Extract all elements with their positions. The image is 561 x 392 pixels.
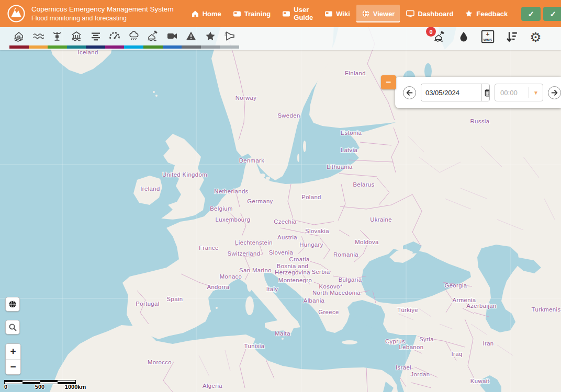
layer-color-segment: [29, 45, 48, 49]
svg-text:WMS: WMS: [483, 38, 492, 41]
video-icon: [233, 9, 241, 18]
nav-item-home[interactable]: Home: [186, 5, 227, 22]
reservoir-button[interactable]: [67, 28, 86, 45]
country-label: Portugal: [136, 301, 159, 307]
layer-order-button[interactable]: [504, 29, 519, 45]
hydro-station-button[interactable]: [48, 28, 67, 45]
search-icon: [8, 323, 17, 332]
date-input[interactable]: [421, 84, 481, 101]
nav-item-dashboard[interactable]: Dashboard: [401, 5, 458, 22]
scale-label-0: 0: [4, 384, 7, 390]
flood-satellite-button[interactable]: [143, 28, 163, 45]
nav-item-user-guide[interactable]: User Guide: [277, 5, 318, 22]
datetime-panel: 00:00 ▼: [395, 77, 561, 108]
search-button[interactable]: [5, 320, 20, 335]
country-label: Albania: [304, 297, 325, 304]
date-input-group: [421, 84, 490, 101]
nav-item-training[interactable]: Training: [228, 5, 276, 22]
home-icon: [191, 9, 199, 18]
reset-view-button[interactable]: [5, 297, 20, 312]
scale-label-500: 500: [35, 384, 44, 390]
rain-cloud-icon: [128, 30, 140, 43]
star-icon: [205, 30, 216, 43]
flooded-house-icon: [13, 30, 25, 43]
country-label: Serbia: [311, 269, 330, 275]
add-wms-button[interactable]: +WMS: [480, 29, 495, 45]
country-label: Andorra: [207, 284, 230, 290]
country-label: Denmark: [239, 157, 265, 164]
announcements-button[interactable]: [220, 28, 239, 45]
nav-item-feedback[interactable]: Feedback: [459, 5, 513, 22]
country-label: Slovenia: [269, 249, 294, 256]
map-canvas[interactable]: IcelandNorwaySwedenFinlandRussiaEstoniaL…: [0, 0, 561, 392]
warnings-button[interactable]: [182, 28, 201, 45]
country-label: Azerbaijan: [466, 303, 496, 309]
country-label: Greece: [318, 309, 339, 315]
gauge-icon: [109, 30, 120, 43]
flow-lines-button[interactable]: [86, 28, 105, 45]
chevron-down-icon: ▼: [529, 90, 543, 96]
settings-button[interactable]: ⚙: [529, 29, 543, 45]
video-icon: [324, 9, 333, 18]
country-label: Kuwait: [470, 378, 490, 384]
nav-item-wiki[interactable]: Wiki: [319, 5, 355, 22]
country-label: Georgia: [445, 282, 467, 289]
toolbar-right: 0+WMS⚙: [432, 29, 543, 45]
layer-color-segment: [220, 45, 239, 49]
globe-icon: [362, 9, 370, 18]
waves-icon: [32, 30, 44, 43]
next-date-button[interactable]: [548, 86, 561, 99]
nav-item-label: Dashboard: [418, 10, 453, 18]
country-label: Ireland: [140, 186, 160, 192]
country-label: Latvia: [341, 147, 358, 153]
droplet-icon: [458, 31, 469, 44]
country-label: Türkiye: [397, 307, 418, 313]
country-label: Finland: [345, 70, 366, 76]
webcam-button[interactable]: [163, 28, 182, 45]
country-label: France: [199, 245, 219, 251]
country-label: Moldova: [355, 239, 379, 245]
layer-toolbar: 0+WMS⚙: [0, 27, 561, 50]
calendar-button[interactable]: [481, 84, 490, 101]
country-label: Liechtenstein: [235, 239, 273, 246]
country-label: Tunisia: [244, 343, 265, 349]
country-label: Belarus: [353, 181, 374, 188]
previous-date-button[interactable]: [403, 86, 416, 99]
app-header: Copernicus Emergency Management System F…: [0, 0, 561, 27]
river-flow-button[interactable]: [29, 28, 48, 45]
hydro-levels-button[interactable]: [456, 29, 470, 45]
satellite-flood-icon: [147, 30, 159, 43]
reservoir-icon: [71, 30, 82, 43]
gauge-button[interactable]: [105, 28, 125, 45]
nav-item-viewer[interactable]: Viewer: [356, 5, 400, 22]
country-label: Syria: [419, 336, 434, 342]
time-select[interactable]: 00:00 ▼: [495, 84, 543, 101]
country-label: Sweden: [277, 112, 300, 119]
country-label: Montenegro: [278, 277, 312, 283]
right-arrow-icon: [550, 88, 559, 97]
country-label: Kosovo*: [319, 283, 343, 290]
cems-logo-icon: [6, 4, 26, 24]
nav-item-label: Training: [244, 10, 271, 18]
country-label: Herzegovina: [275, 269, 310, 275]
globe-icon: [8, 300, 17, 308]
monitor-icon: [406, 9, 414, 18]
layer-color-segment: [143, 45, 163, 49]
reported-floods-button[interactable]: 0: [432, 29, 446, 45]
country-label: Estonia: [341, 130, 362, 136]
country-label: Iraq: [451, 351, 462, 357]
confirm-2-button[interactable]: ✓: [543, 7, 561, 21]
precipitation-button[interactable]: [124, 28, 143, 45]
notification-badge: 0: [426, 27, 436, 37]
megaphone-icon: [224, 30, 235, 43]
layer-color-strip: [9, 45, 239, 49]
country-label: Poland: [301, 194, 321, 200]
zoom-in-button[interactable]: +: [6, 344, 20, 359]
favourites-button[interactable]: [201, 28, 220, 45]
country-label: Lithuania: [327, 164, 353, 170]
flood-hazard-button[interactable]: [9, 28, 29, 45]
lines-icon: [90, 30, 102, 43]
zoom-out-button[interactable]: −: [6, 360, 20, 375]
collapse-panel-button[interactable]: −: [381, 75, 396, 89]
confirm-1-button[interactable]: ✓: [521, 7, 541, 21]
